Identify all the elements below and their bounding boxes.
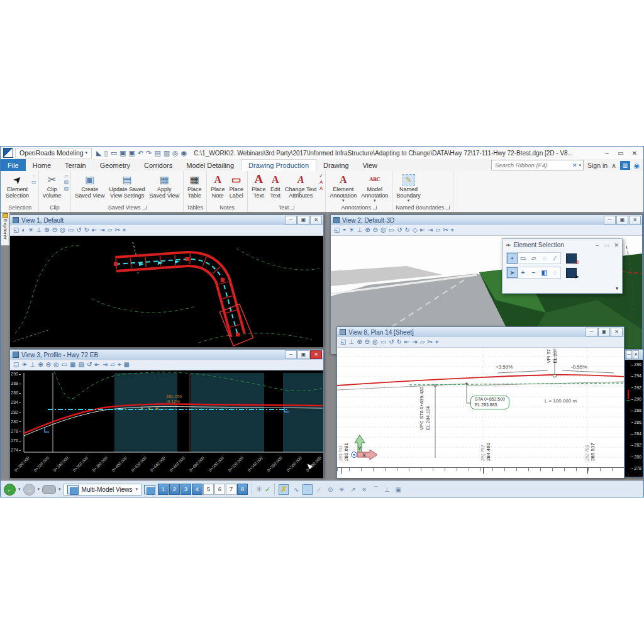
dialog-minimize-button[interactable]: – [596,242,599,248]
chevron-down-icon[interactable]: ▾ [579,163,582,168]
view-toolbar-icon[interactable]: ◱ [13,360,19,369]
view-group-dropdown[interactable]: Multi-Model Views ▾ [64,484,142,496]
select-all-icon[interactable]: ➤ [566,268,577,278]
create-saved-view-button[interactable]: ▣ Create Saved View [73,172,106,199]
selection-mode-icon[interactable]: ▭ [31,179,36,185]
view-toolbar-icon[interactable]: ↻ [405,226,410,235]
snap-mode-button[interactable]: ▣ [393,484,403,495]
place-text-button[interactable]: A Place Text [250,172,268,199]
view-restore-button[interactable]: ▣ [598,328,610,336]
selection-tool[interactable]: ◌ [550,267,560,278]
view-toolbar-icon[interactable]: ↻ [397,338,402,347]
snap-mode-button[interactable]: ✳ [336,484,347,495]
view-toolbar-icon[interactable]: ⌖ [435,338,439,347]
view8-title-bar[interactable]: View 8, Plan 14 [Sheet] ─ ▣ ✕ [337,327,624,337]
view-toolbar-icon[interactable]: ⌖ [123,226,126,235]
view-toolbar-icon[interactable]: ◎ [53,360,59,369]
view-toggle-button[interactable]: 7 [226,484,236,495]
view-minimize-button[interactable]: ─ [586,328,597,336]
view4-canvas[interactable]: 296294292290288286284282280278 [625,360,643,477]
view-toolbar-icon[interactable]: ⊖ [365,338,370,347]
view-toolbar-icon[interactable]: ◎ [380,226,386,235]
model-annotation-button[interactable]: ABC Model Annotation ▾ [359,172,390,204]
view-toolbar-icon[interactable]: ⊖ [46,360,51,369]
view-toolbar-icon[interactable]: ◱ [340,338,346,347]
view-restore-button[interactable]: ▣ [297,350,309,359]
text-tool-icon[interactable]: A [319,186,323,191]
snap-mode-button[interactable]: ∿ [291,484,301,495]
view-toolbar-icon[interactable]: ▭ [62,360,67,369]
view-toolbar-icon[interactable]: ⊥ [36,226,42,235]
snap-mode-button[interactable]: ↗ [348,484,358,495]
snap-mode-button[interactable]: ⊙ [325,484,335,495]
view3-title-bar[interactable]: View 3, Profile - Hwy 72 EB ─ ▣ ✕ [10,350,323,360]
view-toggle-button[interactable]: 3 [180,484,191,495]
clear-search-icon[interactable]: ✕ [572,162,577,169]
view-toolbar-icon[interactable]: ✂ [443,226,448,235]
view-toolbar-icon[interactable]: ▭ [389,226,394,235]
snap-mode-button[interactable]: ⌒ [370,484,380,495]
dialog-close-button[interactable]: ✕ [614,242,619,248]
named-boundary-button[interactable]: ✎ Named Boundary ▾ [394,172,423,204]
clip-tool-icon[interactable]: ▧ [64,186,69,191]
snap-settings-icon[interactable]: ✳ [256,485,262,494]
chevron-down-icon[interactable]: ▾ [18,487,21,492]
chevron-down-icon[interactable]: ▾ [38,487,40,492]
place-note-button[interactable]: A Place Note [209,172,227,199]
selection-tool[interactable]: ⌖ [507,253,518,264]
view-toolbar-icon[interactable]: ⇥ [103,360,108,369]
view-toolbar-icon[interactable]: ✂ [427,338,432,347]
ribbon-tab[interactable]: Drawing Production [241,159,316,171]
view-toolbar-icon[interactable]: ⇤ [94,360,99,369]
explorer-tab[interactable]: Explorer [1,212,10,246]
view2-title-bar[interactable]: View 2, Default-3D ─ ▣ ✕ [331,215,642,225]
collapse-ribbon-icon[interactable]: ∧ [611,162,616,169]
element-annotation-button[interactable]: A Element Annotation ▾ [328,172,358,204]
maximize-button[interactable]: ▭ [614,150,627,157]
view-toggle-button[interactable]: 1 [158,484,169,495]
sign-in-button[interactable]: Sign in [587,162,608,169]
ribbon-tab[interactable]: File [1,159,26,171]
analytics-icon[interactable]: ▥ [620,161,630,170]
view-toolbar-icon[interactable]: ⇥ [428,226,433,235]
view-minimize-button[interactable]: ─ [285,350,297,359]
element-selection-button[interactable]: ➤ Element Selection [4,172,31,199]
disable-handles-icon[interactable]: ⊘ [566,253,577,264]
accept-icon[interactable]: ✓ [265,486,270,494]
quick-access-icon[interactable]: ▣ [119,150,126,157]
view-toolbar-icon[interactable]: ↺ [87,360,92,369]
view-toolbar-icon[interactable]: ⊥ [357,226,362,235]
chevron-down-icon[interactable]: ▾ [58,487,61,492]
quick-access-icon[interactable]: ◣ [96,150,101,157]
search-ribbon-input[interactable] [494,161,570,169]
view-restore-button[interactable]: ▣ [616,216,628,225]
view-toggle-button[interactable]: 6 [214,484,225,495]
view-toolbar-icon[interactable]: ↻ [84,226,89,235]
view-toolbar-icon[interactable]: ⌖ [118,360,121,369]
view-toolbar-icon[interactable]: ⇥ [99,226,104,235]
view-toolbar-icon[interactable]: ▱ [108,226,113,235]
dialog-expand-caret[interactable]: ▾ [616,286,618,291]
view-toolbar-icon[interactable]: ◎ [372,338,378,347]
view-toolbar-icon[interactable]: ☀ [349,226,355,235]
view3-canvas[interactable]: 290288286284282280278276274 0+300.0000+3… [10,370,323,478]
selection-tool[interactable]: ∕ [550,253,560,264]
view-toggle-button[interactable]: 5 [203,484,214,495]
clip-tool-icon[interactable]: ▱ [64,173,68,179]
selection-mode-icon[interactable]: ◌ [32,173,35,179]
minimize-button[interactable]: – [601,150,613,157]
selection-tool[interactable]: ◌ [539,253,550,264]
ribbon-tab[interactable]: Home [26,159,58,171]
ribbon-tab[interactable]: Model Detailing [179,159,241,171]
clip-tool-icon[interactable]: ▨ [64,179,69,185]
view-toolbar-icon[interactable]: ▱ [435,226,440,235]
selection-tool[interactable]: ▭ [518,253,528,264]
clip-volume-button[interactable]: ✂ Clip Volume [41,172,64,199]
view-toolbar-icon[interactable]: ◐ [21,226,25,235]
view-toolbar-icon[interactable]: ⊕ [38,360,43,369]
view-toolbar-icon[interactable]: ▤ [79,360,84,369]
view-toolbar-icon[interactable]: ⌖ [451,226,455,235]
view-toolbar-icon[interactable]: ◱ [334,226,340,235]
ribbon-tab[interactable]: View [355,159,384,171]
place-table-button[interactable]: ▦ Place Table [186,172,204,199]
